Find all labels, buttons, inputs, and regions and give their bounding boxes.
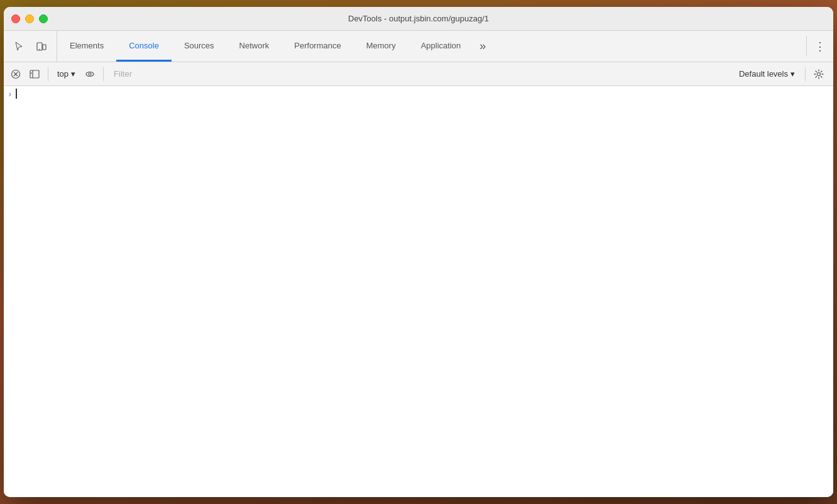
svg-rect-6 bbox=[30, 70, 39, 78]
title-bar: DevTools - output.jsbin.com/gupuzag/1 bbox=[4, 7, 833, 31]
log-levels-button[interactable]: Default levels ▾ bbox=[734, 69, 800, 79]
tab-memory[interactable]: Memory bbox=[354, 31, 408, 62]
tab-network[interactable]: Network bbox=[227, 31, 282, 62]
svg-point-10 bbox=[89, 73, 91, 75]
tab-performance[interactable]: Performance bbox=[282, 31, 353, 62]
svg-marker-8 bbox=[31, 72, 32, 74]
devtools-window: DevTools - output.jsbin.com/gupuzag/1 bbox=[4, 7, 833, 497]
svg-point-2 bbox=[39, 48, 40, 50]
cursor-icon bbox=[14, 41, 24, 52]
context-selector[interactable]: top ▾ bbox=[53, 69, 79, 79]
live-expressions-button[interactable] bbox=[82, 66, 98, 82]
clear-console-button[interactable] bbox=[8, 66, 24, 82]
traffic-lights bbox=[11, 14, 48, 23]
tab-console[interactable]: Console bbox=[116, 31, 172, 62]
tab-elements[interactable]: Elements bbox=[57, 31, 116, 62]
maximize-button[interactable] bbox=[39, 14, 48, 23]
device-toolbar-button[interactable] bbox=[33, 38, 50, 55]
toolbar-divider-3 bbox=[805, 67, 806, 81]
show-drawer-button[interactable] bbox=[26, 66, 43, 82]
console-settings-button[interactable] bbox=[811, 66, 827, 82]
inspect-element-button[interactable] bbox=[10, 38, 28, 55]
device-icon bbox=[36, 41, 46, 52]
tabs-overflow-button[interactable]: » bbox=[473, 31, 492, 62]
svg-rect-1 bbox=[43, 45, 46, 50]
more-menu-button[interactable]: ⋮ bbox=[807, 31, 833, 62]
tabs-bar: Elements Console Sources Network Perform… bbox=[4, 31, 833, 62]
toolbar-divider-2 bbox=[103, 67, 104, 81]
console-content[interactable]: › bbox=[4, 86, 833, 497]
tabs-spacer bbox=[492, 31, 806, 62]
minimize-button[interactable] bbox=[25, 14, 34, 23]
settings-icon bbox=[814, 69, 824, 79]
toolbar-divider-1 bbox=[48, 67, 48, 81]
filter-input[interactable] bbox=[114, 69, 726, 79]
console-toolbar: top ▾ Default levels ▾ bbox=[4, 62, 833, 86]
toolbar-icons bbox=[4, 31, 57, 62]
eye-icon bbox=[85, 69, 95, 79]
clear-icon bbox=[11, 69, 21, 79]
svg-point-11 bbox=[818, 72, 821, 75]
tab-application[interactable]: Application bbox=[408, 31, 474, 62]
console-cursor bbox=[16, 89, 17, 99]
window-title: DevTools - output.jsbin.com/gupuzag/1 bbox=[348, 14, 489, 23]
console-prompt-row: › bbox=[4, 86, 833, 101]
drawer-icon bbox=[30, 69, 40, 79]
filter-wrapper bbox=[109, 66, 731, 82]
console-chevron-icon[interactable]: › bbox=[9, 90, 11, 99]
close-button[interactable] bbox=[11, 14, 20, 23]
tab-sources[interactable]: Sources bbox=[172, 31, 227, 62]
